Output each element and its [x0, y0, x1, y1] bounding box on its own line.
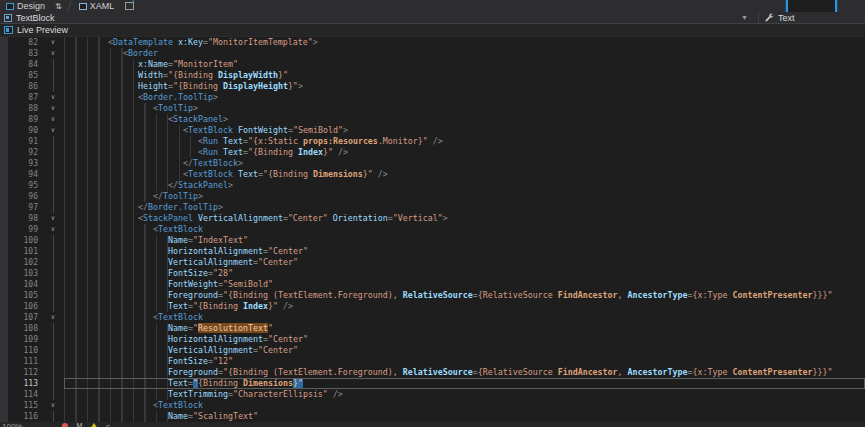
- fold-chevron-icon[interactable]: ∨: [42, 400, 64, 411]
- code-line[interactable]: 108Name="ResolutionText": [0, 323, 865, 334]
- fold-guide: [42, 70, 64, 81]
- code-line[interactable]: 85Width="{Binding DisplayWidth}": [0, 70, 865, 81]
- code-line[interactable]: 114TextTrimming="CharacterEllipsis" />: [0, 389, 865, 400]
- zoom-level-label[interactable]: 100%: [2, 422, 22, 427]
- code-line[interactable]: 116Name="ScalingText": [0, 411, 865, 422]
- fold-guide: [42, 191, 64, 202]
- fold-chevron-icon[interactable]: ∨: [42, 114, 64, 125]
- code-text: <Border.ToolTip>: [64, 92, 865, 103]
- code-text: Foreground="{Binding (TextElement.Foregr…: [64, 367, 865, 378]
- code-line[interactable]: 102VerticalAlignment="Center": [0, 257, 865, 268]
- code-line[interactable]: 101HorizontalAlignment="Center": [0, 246, 865, 257]
- fold-guide: [42, 246, 64, 257]
- code-line[interactable]: 82∨<DataTemplate x:Key="MonitorItemTempl…: [0, 37, 865, 48]
- fold-guide: [42, 59, 64, 70]
- design-icon: [6, 3, 14, 10]
- code-line[interactable]: 97</Border.ToolTip>: [0, 202, 865, 213]
- code-line[interactable]: 94<TextBlock Text="{Binding Dimensions}"…: [0, 169, 865, 180]
- code-text: </ToolTip>: [64, 191, 865, 202]
- status-extra-glyph: ⌐: [106, 422, 110, 427]
- code-text: Foreground="{Binding (TextElement.Foregr…: [64, 290, 865, 301]
- fold-chevron-icon[interactable]: ∨: [42, 48, 64, 59]
- code-text: <TextBlock FontWeight="SemiBold">: [64, 125, 865, 136]
- code-text: FontWeight="SemiBold": [64, 279, 865, 290]
- fold-chevron-icon[interactable]: ∨: [42, 103, 64, 114]
- code-text: </TextBlock>: [64, 158, 865, 169]
- chevron-down-icon[interactable]: ▼: [741, 14, 748, 21]
- code-line[interactable]: 96</ToolTip>: [0, 191, 865, 202]
- code-line[interactable]: 107∨<TextBlock: [0, 312, 865, 323]
- fold-guide: [42, 279, 64, 290]
- code-area: 82∨<DataTemplate x:Key="MonitorItemTempl…: [0, 37, 865, 422]
- code-line[interactable]: 87∨<Border.ToolTip>: [0, 92, 865, 103]
- fold-chevron-icon[interactable]: ∨: [42, 37, 64, 48]
- code-line[interactable]: 92<Run Text="{Binding Index}" />: [0, 147, 865, 158]
- fold-chevron-icon[interactable]: ∨: [42, 224, 64, 235]
- code-line[interactable]: 93</TextBlock>: [0, 158, 865, 169]
- fold-chevron-icon[interactable]: ∨: [42, 312, 64, 323]
- fold-guide: [42, 378, 64, 389]
- code-text: </Border.ToolTip>: [64, 202, 865, 213]
- code-line[interactable]: 89∨<StackPanel>: [0, 114, 865, 125]
- fold-guide: [42, 268, 64, 279]
- code-text: <TextBlock: [64, 312, 865, 323]
- code-line[interactable]: 105Foreground="{Binding (TextElement.For…: [0, 290, 865, 301]
- fold-guide: [42, 301, 64, 312]
- code-line[interactable]: 88∨<ToolTip>: [0, 103, 865, 114]
- code-line[interactable]: 112Foreground="{Binding (TextElement.For…: [0, 367, 865, 378]
- code-line[interactable]: 91<Run Text="{x:Static props:Resources.M…: [0, 136, 865, 147]
- code-text: <StackPanel>: [64, 114, 865, 125]
- tab-xaml[interactable]: XAML: [73, 0, 121, 12]
- fold-guide: [42, 334, 64, 345]
- fold-guide: [42, 345, 64, 356]
- code-line[interactable]: 113Text="{Binding Dimensions}": [0, 378, 865, 389]
- editor-status-strip: 100% M ⌐: [0, 422, 865, 427]
- code-text: Width="{Binding DisplayWidth}": [64, 70, 865, 81]
- tab-design[interactable]: Design: [0, 0, 51, 12]
- tab-divider: [67, 1, 72, 11]
- fold-chevron-icon[interactable]: ∨: [42, 125, 64, 136]
- fold-chevron-icon[interactable]: ∨: [42, 92, 64, 103]
- code-text: <TextBlock: [64, 400, 865, 411]
- live-preview-bar: Live Preview: [0, 24, 865, 37]
- code-line[interactable]: 95</StackPanel>: [0, 180, 865, 191]
- code-text: <TextBlock: [64, 224, 865, 235]
- code-text: Height="{Binding DisplayHeight}">: [64, 81, 865, 92]
- code-line[interactable]: 111FontSize="12": [0, 356, 865, 367]
- fold-guide: [42, 290, 64, 301]
- member-dropdown[interactable]: Text: [758, 12, 865, 23]
- code-text: FontSize="28": [64, 268, 865, 279]
- code-text: Name="ResolutionText": [64, 323, 865, 334]
- code-line[interactable]: 103FontSize="28": [0, 268, 865, 279]
- code-editor[interactable]: 82∨<DataTemplate x:Key="MonitorItemTempl…: [0, 37, 865, 422]
- navigation-bar: TextBlock ▼ Text: [0, 12, 865, 24]
- swap-panes-icon[interactable]: ⇅: [51, 2, 66, 11]
- popout-icon[interactable]: [125, 2, 134, 10]
- code-text: Text="{Binding Dimensions}": [64, 378, 865, 389]
- code-line[interactable]: 104FontWeight="SemiBold": [0, 279, 865, 290]
- code-line[interactable]: 98∨<StackPanel VerticalAlignment="Center…: [0, 213, 865, 224]
- fold-chevron-icon[interactable]: ∨: [42, 213, 64, 224]
- code-line[interactable]: 86Height="{Binding DisplayHeight}">: [0, 81, 865, 92]
- code-line[interactable]: 110VerticalAlignment="Center": [0, 345, 865, 356]
- designer-tab-strip: Design ⇅ XAML: [0, 0, 865, 12]
- code-line[interactable]: 99∨<TextBlock: [0, 224, 865, 235]
- element-dropdown[interactable]: TextBlock ▼: [0, 12, 758, 23]
- code-text: <Run Text="{x:Static props:Resources.Mon…: [64, 136, 865, 147]
- code-line[interactable]: 84x:Name="MonitorItem": [0, 59, 865, 70]
- code-text: <StackPanel VerticalAlignment="Center" O…: [64, 213, 865, 224]
- fold-guide: [42, 257, 64, 268]
- fold-guide: [42, 367, 64, 378]
- error-icon[interactable]: [62, 423, 68, 427]
- xaml-editor-window: Design ⇅ XAML TextBlock ▼ Text Live Prev…: [0, 0, 865, 427]
- code-line[interactable]: 100Name="IndexText": [0, 235, 865, 246]
- code-text: <ToolTip>: [64, 103, 865, 114]
- code-line[interactable]: 83∨<Border: [0, 48, 865, 59]
- warning-icon[interactable]: [90, 423, 98, 427]
- fold-guide: [42, 158, 64, 169]
- code-line[interactable]: 109HorizontalAlignment="Center": [0, 334, 865, 345]
- code-line[interactable]: 90∨<TextBlock FontWeight="SemiBold">: [0, 125, 865, 136]
- code-line[interactable]: 106Text="{Binding Index}" />: [0, 301, 865, 312]
- code-line[interactable]: 115∨<TextBlock: [0, 400, 865, 411]
- code-text: FontSize="12": [64, 356, 865, 367]
